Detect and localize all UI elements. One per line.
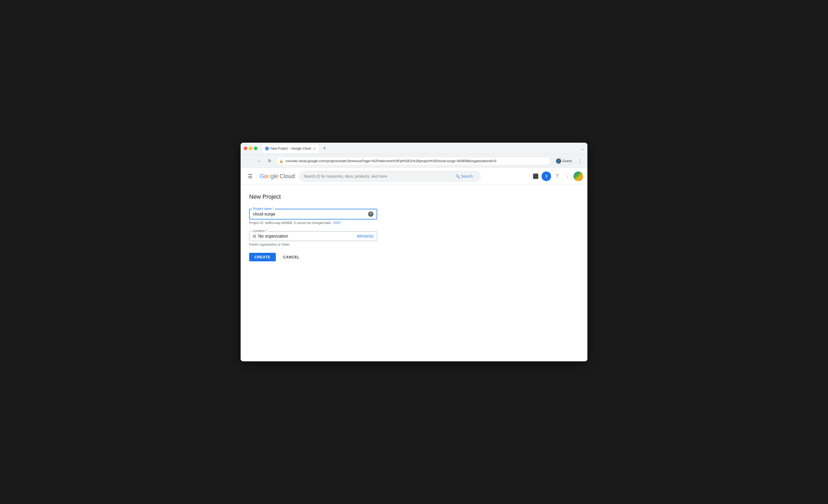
edit-project-id-link[interactable]: EDIT bbox=[334, 221, 341, 225]
notification-badge[interactable]: 3 bbox=[541, 171, 551, 181]
gc-search-bar[interactable]: 🔍 Search bbox=[299, 171, 481, 181]
maximize-button[interactable] bbox=[254, 147, 257, 150]
minimize-button[interactable] bbox=[249, 147, 252, 150]
location-field: Location * ⊞ No organization BROWSE Pare… bbox=[249, 231, 377, 246]
location-container: Location * ⊞ No organization BROWSE bbox=[249, 231, 377, 241]
help-button[interactable]: ? bbox=[552, 171, 562, 181]
project-name-container: Project name * ? bbox=[249, 209, 377, 219]
nav-bar: ← → ↻ 🔒 console.cloud.google.com/project… bbox=[241, 155, 587, 168]
traffic-lights bbox=[244, 147, 257, 150]
project-name-help-icon[interactable]: ? bbox=[368, 211, 373, 217]
tab-favicon: G bbox=[265, 147, 269, 151]
project-id-text: Project ID: skillful-way-400808. It cann… bbox=[249, 221, 332, 225]
tab-label: New Project – Google Cloud bbox=[271, 147, 311, 151]
google-cloud-logo[interactable]: Google Cloud bbox=[260, 173, 295, 180]
location-value: No organization bbox=[258, 234, 357, 239]
gc-header-right: ⬛ 3 ? ⋮ bbox=[531, 171, 583, 181]
project-id-hint: Project ID: skillful-way-400808. It cann… bbox=[249, 221, 377, 225]
cancel-button[interactable]: CANCEL bbox=[280, 253, 303, 261]
location-hint: Parent organization or folder bbox=[249, 243, 377, 246]
chevron-down-icon: ⌄ bbox=[581, 146, 584, 151]
tab-close-icon[interactable]: ✕ bbox=[313, 147, 316, 151]
search-button[interactable]: 🔍 Search bbox=[452, 172, 476, 180]
search-icon: 🔍 bbox=[455, 174, 460, 178]
title-bar-controls: ⌄ bbox=[581, 146, 584, 151]
url-text: console.cloud.google.com/projectcreate?p… bbox=[285, 159, 496, 163]
new-tab-button[interactable]: + bbox=[321, 145, 328, 152]
terminal-button[interactable]: ⬛ bbox=[531, 171, 540, 181]
browser-menu-button[interactable]: ⋮ bbox=[576, 157, 584, 165]
search-input[interactable] bbox=[304, 174, 450, 178]
more-options-button[interactable]: ⋮ bbox=[563, 171, 573, 181]
hamburger-menu-button[interactable]: ☰ bbox=[245, 171, 255, 181]
project-name-input[interactable] bbox=[253, 212, 368, 216]
content-area: ☰ Google Cloud 🔍 Search ⬛ 3 ? bbox=[241, 168, 587, 361]
browser-window: G New Project – Google Cloud ✕ + ⌄ ← → ↻… bbox=[241, 143, 587, 361]
back-button[interactable]: ← bbox=[244, 157, 252, 165]
create-button[interactable]: CREATE bbox=[249, 253, 276, 261]
page-title: New Project bbox=[249, 193, 579, 200]
page-content: New Project Project name * ? Project ID:… bbox=[241, 185, 587, 270]
address-bar[interactable]: 🔒 console.cloud.google.com/projectcreate… bbox=[276, 157, 551, 165]
project-name-label: Project name * bbox=[252, 207, 275, 211]
new-project-form: Project name * ? Project ID: skillful-wa… bbox=[249, 209, 377, 261]
tab-bar: G New Project – Google Cloud ✕ + bbox=[262, 144, 579, 153]
browse-link[interactable]: BROWSE bbox=[357, 234, 374, 239]
title-bar: G New Project – Google Cloud ✕ + ⌄ bbox=[241, 143, 587, 155]
lock-icon: 🔒 bbox=[279, 159, 283, 163]
close-button[interactable] bbox=[244, 147, 247, 150]
project-name-input-row: ? bbox=[253, 211, 373, 217]
logo-google-text: Google bbox=[260, 173, 278, 180]
logo-cloud-text: Cloud bbox=[280, 173, 295, 180]
notification-count: 3 bbox=[545, 174, 547, 178]
active-tab[interactable]: G New Project – Google Cloud ✕ bbox=[262, 144, 320, 153]
gc-header: ☰ Google Cloud 🔍 Search ⬛ 3 ? bbox=[241, 168, 587, 185]
forward-button[interactable]: → bbox=[254, 157, 263, 165]
location-row: ⊞ No organization BROWSE bbox=[253, 234, 374, 239]
project-name-field: Project name * ? Project ID: skillful-wa… bbox=[249, 209, 377, 225]
organization-icon: ⊞ bbox=[253, 234, 256, 239]
favicon-letter: G bbox=[266, 148, 268, 150]
location-label: Location * bbox=[252, 229, 268, 233]
refresh-button[interactable]: ↻ bbox=[265, 157, 274, 165]
guest-icon: 👤 bbox=[556, 158, 561, 164]
guest-label: Guest bbox=[562, 159, 572, 163]
nav-right-controls: 👤 Guest ⋮ bbox=[553, 157, 584, 165]
avatar-button[interactable] bbox=[574, 171, 583, 181]
form-button-row: CREATE CANCEL bbox=[249, 253, 377, 261]
search-button-label: Search bbox=[461, 174, 473, 178]
guest-profile-button[interactable]: 👤 Guest bbox=[553, 157, 575, 165]
